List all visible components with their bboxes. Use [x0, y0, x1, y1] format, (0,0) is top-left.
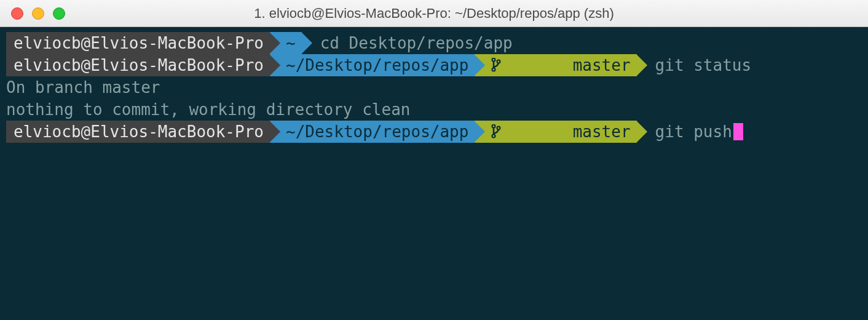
powerline-arrow-icon — [636, 121, 647, 143]
command-input[interactable]: git push — [637, 121, 743, 143]
window-titlebar: 1. elviocb@Elvios-MacBook-Pro: ~/Desktop… — [0, 0, 868, 27]
prompt-host-segment: elviocb@Elvios-MacBook-Pro — [6, 32, 270, 54]
svg-point-5 — [497, 127, 500, 130]
prompt-branch: master — [573, 54, 631, 76]
powerline-arrow-icon — [474, 54, 485, 76]
prompt-host-segment: elviocb@Elvios-MacBook-Pro — [6, 121, 270, 143]
prompt-path: ~ — [286, 32, 296, 54]
terminal-line: elviocb@Elvios-MacBook-Pro ~/Desktop/rep… — [6, 54, 862, 76]
prompt-path: ~/Desktop/repos/app — [286, 121, 468, 143]
svg-point-4 — [492, 135, 495, 138]
powerline-arrow-icon — [636, 54, 647, 76]
window-minimize-button[interactable] — [32, 7, 44, 20]
powerline-arrow-icon — [301, 32, 312, 54]
prompt-branch-segment: master — [475, 121, 636, 143]
powerline-arrow-icon — [269, 32, 280, 54]
terminal[interactable]: elviocb@Elvios-MacBook-Pro ~ cd Desktop/… — [0, 27, 868, 148]
prompt-path-segment: ~/Desktop/repos/app — [270, 121, 475, 143]
prompt-host: elviocb@Elvios-MacBook-Pro — [14, 121, 264, 143]
prompt-host-segment: elviocb@Elvios-MacBook-Pro — [6, 54, 270, 76]
cursor — [733, 123, 743, 140]
powerline-arrow-icon — [269, 54, 280, 76]
window-zoom-button[interactable] — [53, 7, 65, 20]
prompt-branch: master — [573, 121, 631, 143]
svg-point-3 — [492, 125, 495, 128]
prompt-host: elviocb@Elvios-MacBook-Pro — [14, 32, 264, 54]
traffic-lights — [11, 7, 65, 20]
powerline-arrow-icon — [269, 121, 280, 143]
window-title: 1. elviocb@Elvios-MacBook-Pro: ~/Desktop… — [0, 6, 868, 22]
terminal-output: nothing to commit, working directory cle… — [6, 98, 862, 121]
prompt-path: ~/Desktop/repos/app — [286, 54, 468, 76]
git-branch-icon — [491, 80, 567, 183]
terminal-line: elviocb@Elvios-MacBook-Pro ~ cd Desktop/… — [6, 32, 862, 54]
command-text: cd Desktop/repos/app — [302, 32, 513, 54]
prompt-host: elviocb@Elvios-MacBook-Pro — [14, 54, 264, 76]
svg-point-2 — [497, 60, 500, 63]
svg-point-0 — [492, 58, 495, 62]
command-text: git status — [637, 54, 752, 76]
powerline-arrow-icon — [474, 121, 485, 143]
terminal-line: elviocb@Elvios-MacBook-Pro ~/Desktop/rep… — [6, 121, 862, 143]
svg-point-1 — [492, 68, 495, 71]
window-close-button[interactable] — [11, 7, 23, 20]
prompt-branch-segment: master — [475, 54, 636, 76]
terminal-output: On branch master — [6, 76, 862, 98]
prompt-path-segment: ~/Desktop/repos/app — [270, 54, 475, 76]
command-text: git push — [655, 121, 732, 143]
